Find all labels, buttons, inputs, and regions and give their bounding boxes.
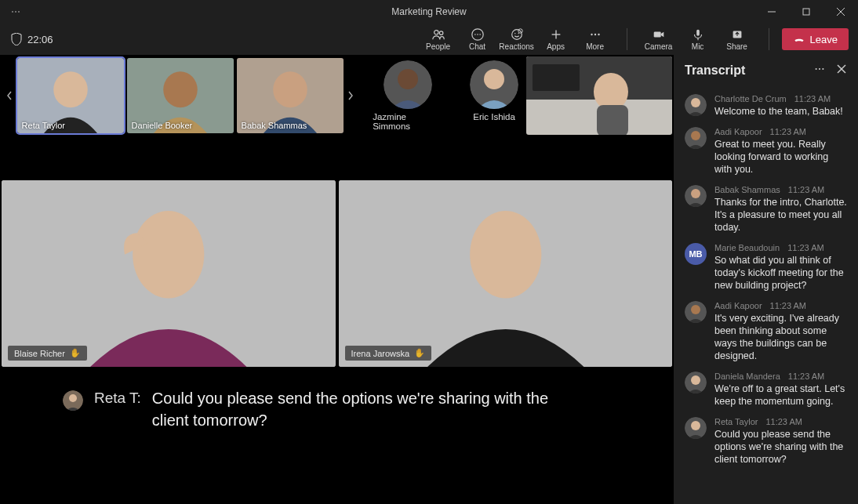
avatar-initials: MB: [685, 243, 707, 265]
transcript-entry: Aadi Kapoor11:23 AMGreat to meet you. Re…: [682, 122, 850, 180]
svg-point-8: [477, 34, 478, 35]
people-button[interactable]: People: [420, 24, 457, 55]
hangup-icon: [793, 33, 805, 45]
transcript-text: Welcome to the team, Babak!: [714, 105, 847, 118]
transcript-time: 11:23 AM: [770, 127, 806, 136]
raised-hand-icon: ✋: [414, 348, 425, 358]
transcript-speaker: Daniela Mandera: [714, 372, 780, 381]
transcript-time: 11:23 AM: [770, 301, 806, 310]
avatar: [384, 60, 432, 109]
raised-hand-icon: ✋: [70, 348, 81, 358]
svg-point-28: [273, 71, 307, 107]
svg-point-60: [691, 421, 700, 430]
window-title: Marketing Review: [391, 6, 466, 17]
svg-point-58: [691, 375, 700, 385]
video-tile[interactable]: Blaise Richer ✋: [2, 180, 336, 367]
roster-tile[interactable]: Reta Taylor: [17, 58, 124, 133]
transcript-text: It's very exciting. I've already been th…: [714, 312, 847, 362]
transcript-speaker: Babak Shammas: [714, 185, 780, 194]
svg-point-18: [598, 34, 599, 35]
chat-button[interactable]: Chat: [459, 24, 496, 55]
transcript-speaker: Aadi Kapoor: [714, 301, 762, 310]
svg-point-54: [691, 189, 700, 198]
timer-value: 22:06: [27, 34, 53, 45]
svg-rect-36: [597, 105, 628, 135]
transcript-time: 11:23 AM: [765, 417, 802, 426]
caption-speaker-avatar: [63, 390, 83, 411]
more-button[interactable]: More: [576, 24, 614, 55]
svg-rect-1: [803, 9, 809, 15]
roster-prev-button[interactable]: [2, 91, 17, 100]
svg-point-16: [591, 34, 592, 35]
transcript-text: We're off to a great start. Let's keep t…: [714, 383, 847, 408]
plus-icon: [549, 27, 563, 42]
roster-avatar[interactable]: Eric Ishida: [470, 60, 518, 131]
video-stage: Reta TaylorDanielle BookerBabak Shammas …: [0, 55, 674, 504]
transcript-time: 11:23 AM: [788, 372, 824, 381]
avatar: [470, 60, 518, 109]
transcript-close-button[interactable]: [836, 63, 847, 78]
reactions-icon: [510, 27, 524, 42]
svg-point-4: [434, 31, 438, 34]
roster-next-button[interactable]: [344, 91, 359, 100]
mic-icon: [691, 27, 705, 42]
roster-tile-name: Reta Taylor: [22, 121, 65, 130]
avatar: [685, 185, 707, 207]
transcript-entry: Babak Shammas11:23 AMThanks for the intr…: [682, 180, 850, 238]
more-dots-icon[interactable]: ⋯: [0, 6, 20, 17]
roster-tile[interactable]: Babak Shammas: [237, 58, 344, 133]
chevron-right-icon: [347, 91, 354, 100]
svg-rect-19: [653, 31, 660, 37]
svg-point-9: [479, 34, 481, 35]
svg-point-39: [133, 211, 204, 298]
svg-point-10: [511, 30, 522, 40]
video-tile-name: Blaise Richer ✋: [8, 346, 87, 361]
mic-button[interactable]: Mic: [679, 24, 717, 55]
caption-text: Could you please send the options we're …: [152, 387, 584, 431]
avatar: [685, 94, 707, 116]
transcript-text: So what did you all think of today's kic…: [714, 254, 847, 292]
svg-point-52: [691, 131, 700, 140]
svg-rect-20: [696, 30, 700, 36]
svg-point-32: [484, 69, 504, 89]
ellipsis-icon: [814, 63, 825, 74]
chat-icon: [471, 27, 485, 42]
roster-tile-name: Babak Shammas: [242, 121, 307, 130]
svg-point-11: [514, 33, 515, 34]
avatar: [685, 301, 707, 323]
reactions-button[interactable]: Reactions: [498, 24, 536, 55]
ellipsis-icon: [588, 27, 602, 42]
transcript-entry: Charlotte De Crum11:23 AMWelcome to the …: [682, 89, 850, 122]
room-video-tile[interactable]: [526, 56, 672, 135]
avatar: [685, 372, 707, 393]
close-window-button[interactable]: [823, 0, 858, 24]
meeting-toolbar: 22:06 People Chat Reactions Apps More Ca…: [0, 24, 858, 55]
shield-icon: [11, 33, 22, 45]
apps-button[interactable]: Apps: [537, 24, 575, 55]
share-button[interactable]: Share: [718, 24, 756, 55]
svg-point-41: [470, 211, 541, 298]
transcript-more-button[interactable]: [814, 63, 825, 78]
roster-tile[interactable]: Danielle Booker: [127, 58, 234, 133]
transcript-entry: Daniela Mandera11:23 AMWe're off to a gr…: [682, 367, 850, 412]
leave-button[interactable]: Leave: [782, 28, 849, 50]
video-tile[interactable]: Irena Jarowska ✋: [339, 180, 673, 367]
maximize-button[interactable]: [789, 0, 823, 24]
svg-rect-37: [533, 64, 580, 91]
caption-speaker-name: Reta T:: [94, 390, 141, 431]
svg-point-24: [53, 71, 88, 107]
svg-point-5: [439, 31, 443, 35]
transcript-speaker: Charlotte De Crum: [714, 94, 787, 103]
meeting-timer: 22:06: [6, 33, 53, 45]
transcript-time: 11:23 AM: [788, 185, 824, 194]
live-caption: Reta T: Could you please send the option…: [0, 367, 674, 431]
video-tile-name: Irena Jarowska ✋: [345, 346, 432, 361]
people-icon: [431, 27, 445, 42]
camera-button[interactable]: Camera: [640, 24, 678, 55]
svg-point-35: [594, 73, 628, 111]
transcript-text: Great to meet you. Really looking forwar…: [714, 138, 847, 176]
minimize-button[interactable]: [754, 0, 789, 24]
roster-avatar[interactable]: Jazmine Simmons: [373, 60, 443, 131]
roster-avatar-name: Eric Ishida: [473, 112, 515, 121]
transcript-entry: MBMarie Beaudouin11:23 AMSo what did you…: [682, 238, 850, 296]
